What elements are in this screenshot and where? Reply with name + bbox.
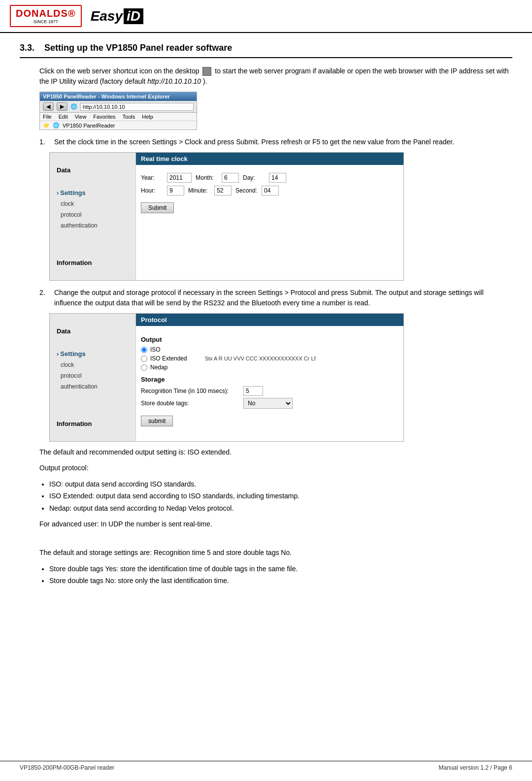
clock-panel-screenshot: Data ›Settings clock protocol authentica… [49,152,404,281]
clock-panel-header: Real time clock [136,153,403,165]
desktop-icon [202,67,211,76]
month-label: Month: [196,174,218,181]
store-select[interactable]: No Yes [243,398,293,409]
page-header: DONALDS® SINCE 1877 Easy iD [0,0,532,33]
output-bullet-list: ISO: output data send according ISO stan… [49,479,512,514]
step2-text: Change the output and storage protocol i… [54,288,512,308]
sidebar2-settings: ›Settings [57,350,129,358]
logo-easy-text: Easy [91,8,123,24]
sidebar1-clock: clock [61,200,129,207]
clock-submit-button[interactable]: Submit [141,202,174,213]
hour-input[interactable] [167,186,184,195]
section-heading: 3.3. Setting up the VP1850 Panel reader … [20,43,512,58]
recog-label: Recognition Time (in 100 msecs): [141,388,239,394]
radio-nedap-label: Nedap [150,364,167,371]
default-output-para: The default and recommended output setti… [39,447,512,457]
recog-time-row: Recognition Time (in 100 msecs): [141,386,399,396]
radio-nedap-input[interactable] [141,364,147,371]
footer-right: Manual version 1.2 / Page 6 [439,764,512,771]
sidebar2-settings-text: Settings [60,350,85,358]
clock-row-2: Hour: Minute: Second: [141,186,399,195]
chevron-icon: › [57,189,59,196]
protocol-panel-content: Protocol Output ISO ISO Extended Stx A R… [136,314,403,441]
minute-input[interactable] [214,186,232,195]
step1-text: Set the clock time in the screen Setting… [54,137,454,147]
step2-num: 2. [39,288,49,308]
forward-button[interactable]: ▶ [57,102,67,111]
store-label: Store double tags: [141,400,239,407]
hour-label: Hour: [141,187,163,194]
sidebar1-settings-text: Settings [60,189,85,196]
star-icon: ⭐ [43,122,50,129]
logo-id-text: iD [124,8,143,24]
back-button[interactable]: ◀ [43,102,54,111]
output-title: Output [141,336,399,343]
intro-end: ). [203,77,207,85]
menu-help[interactable]: Help [142,114,153,120]
fav-label: VP1850 PanelReader [63,123,115,129]
sidebar1-authentication: authentication [61,222,129,229]
browser-titlebar: VP1850 PanelReader - Windows Internet Ex… [40,92,197,101]
recog-input[interactable] [243,386,263,396]
browser-menubar: File Edit View Favorites Tools Help [40,113,197,121]
sidebar1-data: Data [57,166,129,174]
second-label: Second: [235,187,258,194]
browser-screenshot: VP1850 PanelReader - Windows Internet Ex… [39,92,197,130]
menu-edit[interactable]: Edit [59,114,68,120]
sidebar1-settings: ›Settings [57,189,129,196]
main-content: 3.3. Setting up the VP1850 Panel reader … [0,33,532,599]
minute-label: Minute: [188,187,210,194]
day-label: Day: [243,174,265,181]
browser-address[interactable]: http://10.10.10.10 [80,103,194,111]
sidebar2-information: Information [57,420,129,427]
browser-toolbar: ◀ ▶ 🌐 http://10.10.10.10 [40,101,197,113]
storage-title: Storage [141,376,399,383]
protocol-panel-header: Protocol [136,314,403,326]
year-label: Year: [141,174,163,181]
radio-iso-extended-row: ISO Extended Stx A R UU VVV CCC XXXXXXXX… [141,355,399,362]
clock-row-1: Year: Month: Day: [141,173,399,183]
clock-panel-content: Real time clock Year: Month: Day: Hour: … [136,153,403,280]
radio-iso-extended-label: ISO Extended [150,355,187,362]
intro-paragraph: Click on the web server shortcut icon on… [39,66,512,87]
protocol-panel-screenshot: Data ›Settings clock protocol authentica… [49,313,404,442]
section-number: 3.3. [20,43,34,53]
sidebar2-clock: clock [61,361,129,368]
radio-iso-extended-input[interactable] [141,356,147,362]
year-input[interactable] [167,173,192,183]
menu-favorites[interactable]: Favorites [93,114,115,120]
bullet-store-no: Store double tags No: store only the las… [49,575,512,586]
month-input[interactable] [222,173,239,183]
sidebar1-protocol: protocol [61,211,129,218]
bullet-store-yes: Store double tags Yes: store the identif… [49,563,512,574]
bullet-nedap: Nedap: output data send according to Ned… [49,503,512,514]
page-footer: VP1850-200PM-00GB-Panel reader Manual ve… [0,761,532,771]
sidebar1: Data ›Settings clock protocol authentica… [50,153,136,280]
logo-donalds-text: DONALDS® [16,8,76,19]
bullet-iso-extended: ISO Extended: output data send according… [49,490,512,501]
menu-view[interactable]: View [75,114,87,120]
menu-file[interactable]: File [43,114,52,120]
sidebar2-authentication: authentication [61,383,129,390]
protocol-panel-body: Output ISO ISO Extended Stx A R UU VVV C… [136,326,403,431]
menu-tools[interactable]: Tools [123,114,135,120]
protocol-submit-button[interactable]: submit [141,416,173,426]
output-protocol-label: Output protocol: [39,462,512,473]
sidebar2: Data ›Settings clock protocol authentica… [50,314,136,441]
day-input[interactable] [269,173,286,183]
sidebar1-information: Information [57,259,129,266]
step2-item: 2. Change the output and storage protoco… [39,288,512,308]
address-icon: 🌐 [70,103,77,110]
sidebar2-data: Data [57,327,129,335]
chevron-icon-2: › [57,350,59,358]
store-tags-row: Store double tags: No Yes [141,398,399,409]
footer-left: VP1850-200PM-00GB-Panel reader [20,764,114,771]
storage-bullet-list: Store double tags Yes: store the identif… [49,563,512,586]
second-input[interactable] [262,186,279,195]
bullet-iso: ISO: output data send according ISO stan… [49,479,512,489]
browser-favbar: ⭐ 🌐 VP1850 PanelReader [40,121,197,130]
sidebar2-protocol: protocol [61,372,129,379]
intro-url: http://10.10.10.10 [147,77,201,85]
step1-num: 1. [39,137,49,147]
radio-iso-input[interactable] [141,347,147,353]
